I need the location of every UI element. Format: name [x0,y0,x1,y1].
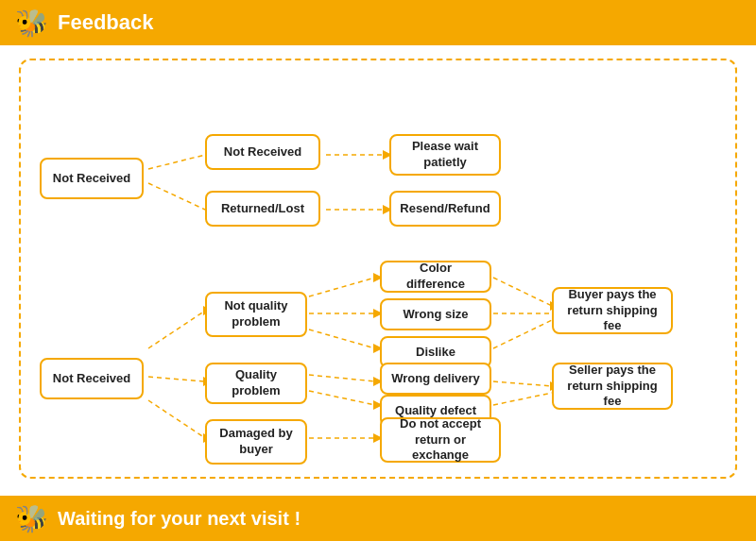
node-damaged-by-buyer: Damaged by buyer [205,419,307,465]
svg-line-10 [148,377,205,381]
node-do-not-accept: Do not accept return or exchange [380,417,501,463]
node-not-received-bottom: Not Received [40,358,144,399]
header: 🐝 Feedback [0,0,756,45]
node-resend-refund: Resend/Refund [389,191,501,227]
svg-line-12 [148,400,205,438]
footer: 🐝 Waiting for your next visit ! [0,496,756,541]
main-content: Not Received Not Received Returned/Lost … [19,59,737,479]
node-wrong-delivery: Wrong delivery [380,363,491,395]
arrows-svg [21,60,735,477]
node-quality-problem: Quality problem [205,363,307,404]
svg-line-20 [309,375,375,381]
svg-line-14 [309,278,375,296]
svg-line-2 [148,183,205,210]
node-color-difference: Color difference [380,261,491,293]
header-title: Feedback [58,10,154,35]
svg-line-22 [309,391,375,405]
node-not-received-top: Not Received [40,158,144,199]
bee-icon-footer: 🐝 [15,503,48,534]
svg-line-8 [148,311,205,348]
svg-line-18 [309,330,375,348]
svg-line-29 [493,393,552,405]
svg-line-28 [493,381,552,386]
node-seller-pays: Seller pays the return shipping fee [552,363,673,410]
node-not-received-box: Not Received [205,134,320,170]
svg-line-24 [493,278,552,306]
footer-title: Waiting for your next visit ! [58,508,301,530]
bee-icon: 🐝 [15,8,48,39]
svg-line-0 [148,155,205,169]
node-buyer-pays: Buyer pays the return shipping fee [552,287,673,334]
node-please-wait: Please wait patietly [389,134,501,176]
node-wrong-size: Wrong size [380,298,491,330]
svg-line-26 [493,320,552,348]
node-returned-lost: Returned/Lost [205,191,320,227]
node-not-quality-problem: Not quality problem [205,292,307,337]
